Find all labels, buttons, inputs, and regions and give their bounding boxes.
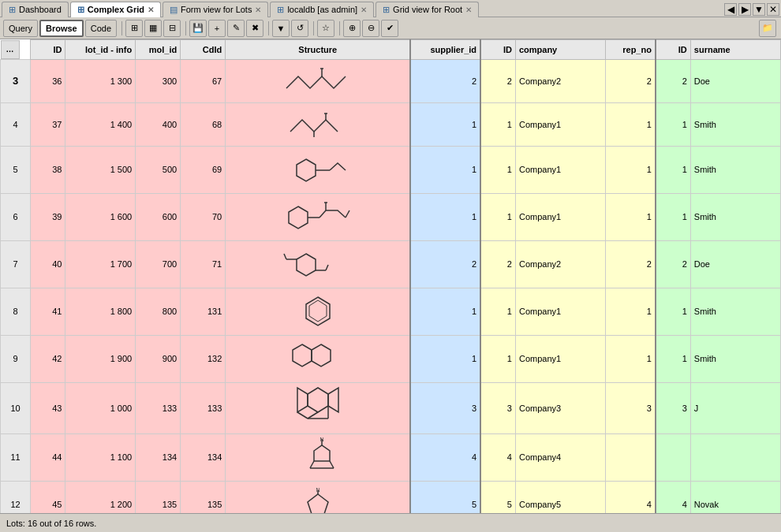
tab-grid-root-close[interactable]: ✕ (465, 6, 472, 14)
tab-localdb-label: localdb [as admin] (287, 5, 357, 14)
svg-marker-20 (309, 300, 327, 322)
cell-mol: 400 (136, 102, 181, 146)
toolbar-sep-1 (121, 21, 122, 35)
svg-marker-13 (297, 254, 316, 276)
table-row[interactable]: 8411 800800131 11Company111Smith (1, 288, 781, 335)
status-bar: Lots: 16 out of 16 rows. (0, 513, 781, 532)
export-icon[interactable]: ⊕ (343, 20, 361, 37)
cell-surname: Smith (690, 146, 780, 193)
cell-company: Company1 (515, 146, 605, 193)
svg-text:N: N (320, 437, 323, 442)
col-header-cdid[interactable]: CdId (181, 40, 226, 60)
table-row[interactable]: 4371 40040068 11Company111Smith (1, 102, 781, 146)
cell-cdid: 68 (181, 102, 226, 146)
col-header-repno[interactable]: rep_no (606, 40, 656, 60)
cell-rep-no: 2 (606, 59, 656, 102)
tab-forward-button[interactable]: ▶ (738, 3, 751, 16)
table-row[interactable]: 9421 900900132 11Company111Smith (1, 335, 781, 382)
table-row[interactable]: 10431 000133133 33Company333J (1, 382, 781, 433)
cell-rep-no: 1 (606, 102, 656, 146)
star-icon[interactable]: ☆ (317, 20, 334, 37)
cell-cdid: 71 (181, 240, 226, 288)
cell-structure[interactable] (226, 240, 411, 288)
svg-line-27 (297, 412, 308, 419)
edit-icon[interactable]: ✎ (227, 20, 245, 37)
tab-bar: ⊞ Dashboard ⊞ Complex Grid ✕ ▤ Form view… (0, 0, 781, 17)
cell-supplier-ref-id: 1 (480, 335, 515, 382)
import-icon[interactable]: ⊖ (362, 20, 379, 37)
tab-complex-grid-close[interactable]: ✕ (148, 6, 154, 14)
tab-nav-buttons: ◀ ▶ ▼ ✕ (724, 3, 779, 16)
cell-cdid: 134 (181, 433, 226, 481)
data-table: … ID lot_id - info mol_id CdId Structure… (0, 39, 781, 513)
svg-marker-22 (312, 344, 331, 366)
browse-button[interactable]: Browse (39, 20, 84, 37)
cell-lot: 1 200 (65, 481, 136, 513)
tab-form-view[interactable]: ▤ Form view for Lots ✕ (163, 2, 268, 17)
col-header-supplier[interactable]: supplier_id (410, 40, 480, 60)
grid-scroll[interactable]: … ID lot_id - info mol_id CdId Structure… (0, 39, 781, 513)
table-row[interactable]: 12451 200135135 N 55Company544Novak (1, 481, 781, 513)
cell-supplier-ref-id: 2 (480, 59, 515, 102)
tab-form-view-close[interactable]: ✕ (255, 6, 261, 14)
tab-back-button[interactable]: ◀ (724, 3, 737, 16)
cell-structure[interactable] (226, 335, 411, 382)
cell-structure[interactable] (226, 59, 411, 102)
col-header-struct[interactable]: Structure (226, 40, 411, 60)
delete-icon[interactable]: ✖ (246, 20, 263, 37)
cell-structure[interactable]: N (226, 481, 411, 513)
cell-supplier-ref-id: 1 (480, 193, 515, 240)
cell-surname: Doe (690, 240, 780, 288)
table-row[interactable]: 3361 30030067 22Company222Doe (1, 59, 781, 102)
col-header-company[interactable]: company (515, 40, 605, 60)
filter-icon[interactable]: ▼ (272, 20, 290, 37)
col-header-lot[interactable]: lot_id - info (65, 40, 136, 60)
accept-icon[interactable]: ✔ (381, 20, 398, 37)
tab-menu-button[interactable]: ▼ (753, 3, 765, 16)
tab-complex-grid[interactable]: ⊞ Complex Grid ✕ (70, 2, 161, 17)
cell-mol: 800 (136, 288, 181, 335)
cell-structure[interactable] (226, 288, 411, 335)
tab-dashboard[interactable]: ⊞ Dashboard (2, 2, 69, 17)
save-icon[interactable]: 💾 (189, 20, 207, 37)
col-header-mol[interactable]: mol_id (136, 40, 181, 60)
folder-icon[interactable]: 📁 (759, 20, 776, 37)
col-header-sid[interactable]: ID (480, 40, 515, 60)
code-button[interactable]: Code (85, 20, 117, 37)
col-header-rid[interactable]: ID (656, 40, 690, 60)
grid-view-icon[interactable]: ⊞ (125, 20, 143, 37)
tab-localdb-close[interactable]: ✕ (361, 6, 367, 14)
svg-marker-25 (328, 388, 338, 412)
table-row[interactable]: 11441 100134134 N 44Company4 (1, 433, 781, 481)
col-header-id[interactable]: ID (31, 40, 65, 60)
cell-structure[interactable] (226, 193, 411, 240)
tab-localdb[interactable]: ⊞ localdb [as admin] ✕ (270, 2, 374, 17)
cell-rep-id: 1 (656, 288, 690, 335)
table-row[interactable]: 5381 50050069 11Company111Smith (1, 146, 781, 193)
cell-structure[interactable]: N (226, 433, 411, 481)
table-row[interactable]: 6391 60060070 11Company111Smith (1, 193, 781, 240)
cell-structure[interactable] (226, 102, 411, 146)
cell-mol: 500 (136, 146, 181, 193)
refresh-icon[interactable]: ↺ (291, 20, 308, 37)
cell-lot: 1 700 (65, 240, 136, 288)
tab-close-all-button[interactable]: ✕ (767, 3, 779, 16)
cell-structure[interactable] (226, 382, 411, 433)
cell-lot: 1 600 (65, 193, 136, 240)
query-button[interactable]: Query (3, 20, 38, 37)
table-view-icon[interactable]: ⊟ (163, 20, 181, 37)
cell-company: Company1 (515, 335, 605, 382)
tab-grid-root[interactable]: ⊞ Grid view for Root ✕ (376, 2, 479, 17)
cell-rep-id: 1 (656, 102, 690, 146)
cell-cdid: 131 (181, 288, 226, 335)
cell-lot: 1 900 (65, 335, 136, 382)
tab-form-view-icon: ▤ (170, 5, 178, 15)
tab-dashboard-icon: ⊞ (9, 5, 16, 15)
col-header-surname[interactable]: surname (690, 40, 780, 60)
form-view-icon[interactable]: ▦ (144, 20, 162, 37)
svg-marker-24 (308, 388, 328, 412)
cell-structure[interactable] (226, 146, 411, 193)
add-icon[interactable]: + (208, 20, 226, 37)
table-row[interactable]: 7401 70070071 22Company222Doe (1, 240, 781, 288)
cell-supplier-id: 1 (410, 102, 480, 146)
